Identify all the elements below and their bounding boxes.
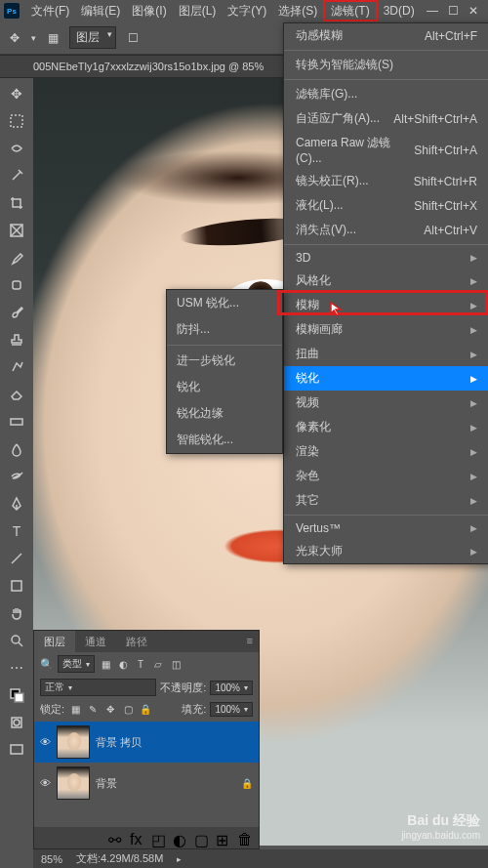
filter-gallery[interactable]: 滤镜库(G)... [284, 82, 488, 106]
submenu-smart[interactable]: 智能锐化... [167, 427, 282, 453]
color-swatch[interactable] [6, 685, 27, 705]
doc-size[interactable]: 文档:4.29M/8.58M [76, 851, 163, 866]
quickmask-tool[interactable] [6, 713, 27, 732]
group-icon[interactable]: ▢ [194, 831, 208, 845]
menu-3d[interactable]: 3D(D) [378, 0, 421, 21]
lock-pos-icon[interactable]: ✥ [103, 703, 117, 717]
screen-mode[interactable] [6, 740, 27, 760]
wand-tool[interactable] [6, 166, 27, 186]
type-tool[interactable]: T [6, 521, 27, 541]
menu-filter[interactable]: 滤镜(T) [323, 0, 377, 21]
layer-name[interactable]: 背景 拷贝 [96, 735, 142, 750]
layer-row[interactable]: 👁 背景 🔒 [34, 763, 259, 804]
dodge-tool[interactable] [6, 467, 27, 486]
menu-file[interactable]: 文件(F) [25, 0, 75, 21]
move-tool[interactable]: ✥ [6, 84, 27, 103]
kind-select[interactable]: 类型 [58, 655, 95, 673]
layer-select[interactable]: 图层 [69, 26, 116, 49]
filter-adjust-icon[interactable]: ◐ [116, 657, 130, 671]
window-max[interactable]: ☐ [448, 4, 459, 18]
filter-distort[interactable]: 扭曲▶ [284, 342, 488, 366]
visibility-icon[interactable]: 👁 [40, 777, 51, 789]
crop-tool[interactable] [6, 193, 27, 213]
filter-vanish[interactable]: 消失点(V)...Alt+Ctrl+V [284, 218, 488, 242]
fill-value[interactable]: 100% [210, 702, 253, 717]
opt-checkbox[interactable]: ☐ [124, 29, 142, 47]
zoom-value[interactable]: 85% [41, 853, 62, 865]
submenu-edges[interactable]: 锐化边缘 [167, 400, 282, 427]
panel-menu-icon[interactable]: ≡ [241, 631, 259, 652]
history-tool[interactable] [6, 357, 27, 377]
layer-thumbnail[interactable] [57, 766, 90, 800]
zoom-tool[interactable] [6, 631, 27, 650]
filter-blur[interactable]: 模糊▶ [284, 293, 488, 317]
new-icon[interactable]: ⊞ [216, 831, 229, 845]
frame-tool[interactable] [6, 221, 27, 240]
submenu-sharpen[interactable]: 锐化 [167, 374, 282, 400]
menu-type[interactable]: 文字(Y) [222, 0, 272, 21]
shape-tool[interactable] [6, 576, 27, 596]
filter-vertus[interactable]: Vertus™▶ [284, 517, 488, 539]
filter-sharpen[interactable]: 锐化▶ [284, 366, 488, 391]
filter-cameraraw[interactable]: Camera Raw 滤镜(C)...Shift+Ctrl+A [284, 131, 488, 169]
blend-mode-select[interactable]: 正常 [40, 679, 156, 696]
window-min[interactable]: — [427, 4, 438, 18]
tab-layers[interactable]: 图层 [34, 631, 75, 652]
filter-last[interactable]: 动感模糊Alt+Ctrl+F [284, 23, 488, 48]
trash-icon[interactable]: 🗑 [237, 831, 251, 845]
menu-select[interactable]: 选择(S) [272, 0, 323, 21]
layer-row[interactable]: 👁 背景 拷贝 [34, 722, 259, 763]
submenu-shake[interactable]: 防抖... [167, 316, 282, 343]
filter-blurgallery[interactable]: 模糊画廊▶ [284, 317, 488, 342]
filter-adaptive[interactable]: 自适应广角(A)...Alt+Shift+Ctrl+A [284, 106, 488, 131]
fx-icon[interactable]: fx [130, 831, 143, 845]
filter-pixelate[interactable]: 像素化▶ [284, 415, 488, 439]
filter-pixel-icon[interactable]: ▦ [99, 657, 112, 671]
submenu-more[interactable]: 进一步锐化 [167, 348, 282, 374]
blur-tool[interactable] [6, 439, 27, 459]
filter-other[interactable]: 其它▶ [284, 488, 488, 513]
lock-nest-icon[interactable]: ▢ [121, 703, 135, 717]
tab-paths[interactable]: 路径 [116, 631, 157, 652]
filter-3d[interactable]: 3D▶ [284, 247, 488, 269]
filter-noise[interactable]: 杂色▶ [284, 464, 488, 488]
tab-channels[interactable]: 通道 [75, 631, 116, 652]
filter-beam[interactable]: 光束大师▶ [284, 539, 488, 563]
brush-tool[interactable] [6, 303, 27, 322]
lock-trans-icon[interactable]: ▦ [68, 703, 82, 717]
path-tool[interactable] [6, 549, 27, 568]
mask-icon[interactable]: ◰ [151, 831, 165, 845]
menu-layer[interactable]: 图层(L) [173, 0, 223, 21]
eyedropper-tool[interactable] [6, 248, 27, 268]
stamp-tool[interactable] [6, 330, 27, 350]
edit-toolbar[interactable]: ⋯ [6, 658, 27, 678]
lock-all-icon[interactable]: 🔒 [139, 703, 152, 717]
filter-smart-icon[interactable]: ◫ [169, 657, 183, 671]
eraser-tool[interactable] [6, 385, 27, 404]
visibility-icon[interactable]: 👁 [40, 736, 51, 748]
menu-edit[interactable]: 编辑(E) [75, 0, 126, 21]
layer-name[interactable]: 背景 [96, 776, 117, 791]
filter-stylize[interactable]: 风格化▶ [284, 269, 488, 293]
marquee-tool[interactable] [6, 111, 27, 131]
pen-tool[interactable] [6, 494, 27, 514]
filter-type-icon[interactable]: T [134, 657, 147, 671]
opacity-value[interactable]: 100% [210, 681, 253, 695]
window-close[interactable]: ✕ [468, 4, 478, 18]
lock-paint-icon[interactable]: ✎ [86, 703, 100, 717]
link-icon[interactable]: ⚯ [108, 831, 122, 845]
adjust-icon[interactable]: ◐ [173, 831, 186, 845]
layer-thumbnail[interactable] [57, 725, 90, 759]
submenu-usm[interactable]: USM 锐化... [167, 290, 282, 316]
gradient-tool[interactable] [6, 412, 27, 432]
align-icon[interactable]: ▦ [44, 29, 61, 47]
filter-smart[interactable]: 转换为智能滤镜(S) [284, 53, 488, 77]
heal-tool[interactable] [6, 275, 27, 295]
filter-video[interactable]: 视频▶ [284, 391, 488, 415]
menu-image[interactable]: 图像(I) [126, 0, 172, 21]
filter-shape-icon[interactable]: ▱ [151, 657, 165, 671]
hand-tool[interactable] [6, 603, 27, 623]
filter-liquify[interactable]: 液化(L)...Shift+Ctrl+X [284, 193, 488, 218]
lasso-tool[interactable] [6, 139, 27, 158]
filter-lens[interactable]: 镜头校正(R)...Shift+Ctrl+R [284, 169, 488, 193]
